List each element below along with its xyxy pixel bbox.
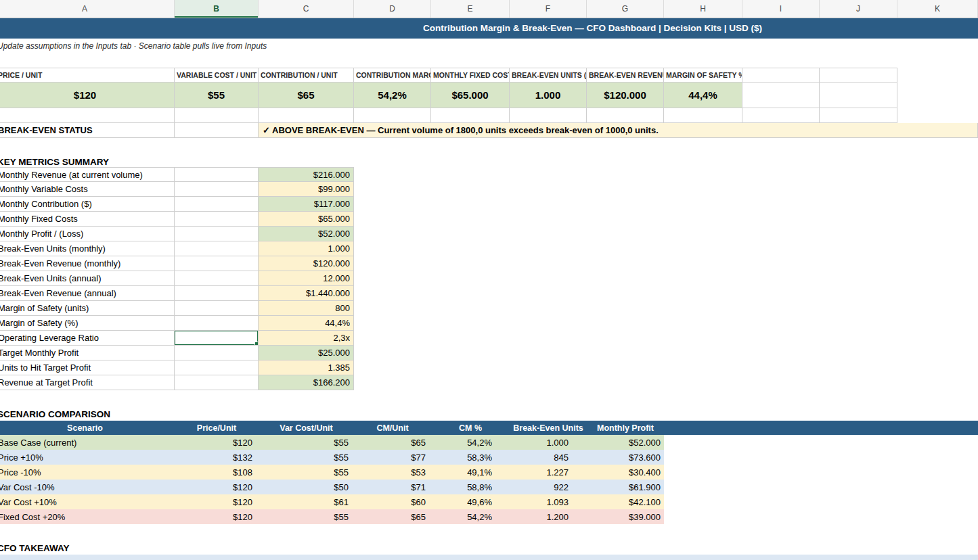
metric-label-cell[interactable]: Break-Even Revenue (monthly) [0,256,175,271]
metric-label-cell[interactable]: Revenue at Target Profit [0,375,175,390]
scenario-value-cell[interactable]: $30.400 [587,465,664,480]
metric-value-cell[interactable]: 12.000 [259,271,354,286]
metric-value-cell[interactable]: 800 [259,301,354,316]
scenario-value-cell[interactable]: 845 [510,450,587,465]
empty-cell[interactable] [354,108,431,123]
column-header-c[interactable]: C [259,0,354,18]
value-cell-breakeven-units[interactable]: 1.000 [510,83,587,108]
header-cell-price-unit[interactable]: PRICE / UNIT [0,68,175,83]
column-header-a[interactable]: A [0,0,175,18]
metric-label-cell[interactable]: Monthly Variable Costs [0,182,175,197]
status-message-cell[interactable]: ✓ ABOVE BREAK-EVEN — Current volume of 1… [259,123,978,138]
empty-cell[interactable] [510,108,587,123]
empty-cell[interactable] [431,108,510,123]
scenario-value-cell[interactable]: 1.200 [510,509,587,524]
empty-cell[interactable] [587,108,664,123]
metric-label-cell[interactable]: Target Monthly Profit [0,346,175,360]
metric-empty-cell[interactable] [175,167,259,182]
metric-empty-cell[interactable] [175,256,259,271]
metric-value-cell[interactable]: $120.000 [259,256,354,271]
metric-empty-cell[interactable] [175,286,259,301]
section-title-key-metrics[interactable]: KEY METRICS SUMMARY [0,154,978,167]
scenario-label-cell[interactable]: Price +10% [0,450,175,465]
metric-value-cell[interactable]: $52.000 [259,227,354,241]
value-cell-contribution-margin[interactable]: 54,2% [354,83,431,108]
metric-empty-cell[interactable] [175,346,259,360]
metric-empty-cell[interactable] [175,271,259,286]
scenario-label-cell[interactable]: Var Cost -10% [0,480,175,494]
scenario-value-cell[interactable]: $55 [259,450,354,465]
empty-cell[interactable] [742,68,820,83]
empty-cell[interactable] [175,108,259,123]
scenario-value-cell[interactable]: 58,8% [431,480,510,494]
metric-value-cell[interactable]: 2,3x [259,331,354,346]
scenario-value-cell[interactable]: $71 [354,480,431,494]
header-cell-monthly-fixed[interactable]: MONTHLY FIXED COSTS [431,68,510,83]
header-cell-breakeven-revenue[interactable]: BREAK-EVEN REVENUE ($) [587,68,664,83]
scenario-value-cell[interactable]: $42.100 [587,494,664,509]
metric-value-cell[interactable]: 1.000 [259,241,354,256]
scenario-value-cell[interactable]: $120 [175,494,259,509]
value-cell-margin-of-safety[interactable]: 44,4% [664,83,742,108]
metric-label-cell[interactable]: Monthly Contribution ($) [0,197,175,212]
empty-cell[interactable] [742,83,820,108]
empty-cell[interactable] [820,68,897,83]
scenario-header-price-unit[interactable]: Price/Unit [175,421,259,435]
scenario-value-cell[interactable]: $61 [259,494,354,509]
scenario-header-monthly-profit[interactable]: Monthly Profit [587,421,664,435]
metric-label-cell[interactable]: Break-Even Units (annual) [0,271,175,286]
header-cell-margin-of-safety[interactable]: MARGIN OF SAFETY % [664,68,742,83]
metric-value-cell[interactable]: $1.440.000 [259,286,354,301]
value-cell-price-unit[interactable]: $120 [0,83,175,108]
scenario-value-cell[interactable]: $52.000 [587,435,664,450]
metric-value-cell[interactable]: 44,4% [259,316,354,331]
metric-value-cell[interactable]: 1.385 [259,360,354,375]
scenario-value-cell[interactable]: $73.600 [587,450,664,465]
status-label-cell[interactable]: BREAK-EVEN STATUS [0,123,175,138]
column-header-f[interactable]: F [510,0,587,18]
metric-value-cell[interactable]: $166.200 [259,375,354,390]
scenario-value-cell[interactable]: 1.000 [510,435,587,450]
scenario-value-cell[interactable]: $120 [175,480,259,494]
empty-cell[interactable] [664,108,742,123]
scenario-value-cell[interactable]: 1.227 [510,465,587,480]
scenario-value-cell[interactable]: 49,6% [431,494,510,509]
scenario-value-cell[interactable]: 922 [510,480,587,494]
scenario-value-cell[interactable]: $132 [175,450,259,465]
column-header-e[interactable]: E [431,0,510,18]
scenario-value-cell[interactable]: $55 [259,465,354,480]
column-header-b-selected[interactable]: B [175,0,259,18]
scenario-value-cell[interactable]: $120 [175,509,259,524]
header-cell-variable-cost[interactable]: VARIABLE COST / UNIT [175,68,259,83]
metric-empty-cell[interactable] [175,182,259,197]
scenario-value-cell[interactable]: $65 [354,509,431,524]
metric-label-cell[interactable]: Margin of Safety (%) [0,316,175,331]
scenario-label-cell[interactable]: Price -10% [0,465,175,480]
scenario-value-cell[interactable]: 1.093 [510,494,587,509]
scenario-value-cell[interactable]: $55 [259,435,354,450]
metric-label-cell[interactable]: Monthly Revenue (at current volume) [0,167,175,182]
scenario-label-cell[interactable]: Base Case (current) [0,435,175,450]
metric-value-cell[interactable]: $216.000 [259,167,354,182]
empty-cell[interactable] [820,83,897,108]
scenario-label-cell[interactable]: Fixed Cost +20% [0,509,175,524]
scenario-value-cell[interactable]: $61.900 [587,480,664,494]
metric-value-cell[interactable]: $65.000 [259,212,354,227]
scenario-value-cell[interactable]: 54,2% [431,509,510,524]
empty-cell[interactable] [175,123,259,138]
scenario-value-cell[interactable]: 49,1% [431,465,510,480]
scenario-header-cm-unit[interactable]: CM/Unit [354,421,431,435]
scenario-value-cell[interactable]: $53 [354,465,431,480]
scenario-value-cell[interactable]: $39.000 [587,509,664,524]
metric-label-cell[interactable]: Break-Even Units (monthly) [0,241,175,256]
empty-cell[interactable] [259,108,354,123]
bottom-highlight-band[interactable] [0,555,978,560]
scenario-value-cell[interactable]: $77 [354,450,431,465]
note-row[interactable]: Update assumptions in the Inputs tab · S… [0,39,978,53]
metric-empty-cell[interactable] [175,197,259,212]
metric-label-cell[interactable]: Units to Hit Target Profit [0,360,175,375]
header-cell-contribution-margin[interactable]: CONTRIBUTION MARGIN % [354,68,431,83]
scenario-value-cell[interactable]: $108 [175,465,259,480]
empty-cell[interactable] [742,108,820,123]
column-header-j[interactable]: J [820,0,897,18]
